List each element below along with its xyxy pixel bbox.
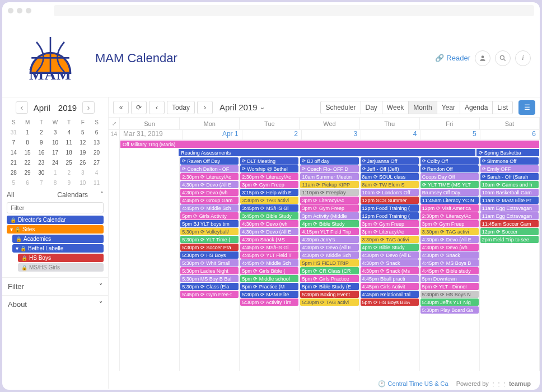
event[interactable]: ⟳ YLT TIME (MS YLT [420,181,479,188]
event[interactable]: Coops Day Off [420,173,479,180]
nav-next-button[interactable]: › [197,101,213,114]
event[interactable]: 3:30pm ⟳ TAG activi [420,228,479,235]
event[interactable]: 5pm ⟳ Practice (M [240,283,298,290]
event[interactable]: 4:30pm ⟳ Devo (All E [180,181,239,188]
calendar-item[interactable]: 🔒Director's Calendar [7,216,104,224]
event[interactable]: ⟳Raven Off Day [180,157,239,165]
event[interactable]: 1:10pm ⟳ Freeplay [300,189,358,196]
day-cell[interactable]: ⟳BJ off day⟳Coach Flo- OFF D10am Summer … [300,157,359,371]
day-cell[interactable] [120,157,180,371]
event[interactable]: ⟳Coach Dalton - OF [180,165,239,172]
date-cell[interactable]: Apr 1 [183,130,242,139]
timezone-link[interactable]: Central Time US & Ca [387,380,448,387]
event[interactable]: 8am ⟳ SOUL class [361,173,419,180]
event[interactable]: 2:30pm ⟳ Literacy/Ac [240,173,298,180]
reader-link[interactable]: 🔗Reader [435,54,470,62]
event[interactable]: 3pm ⟳ Gym Freep [300,204,358,212]
view-list-button[interactable]: List [492,101,513,114]
event[interactable]: 5:30pm ⟳ Volleyball/ [180,228,239,235]
event[interactable]: 12pm SCS Summer [361,197,419,204]
event[interactable]: 4:45pm ⟳ YLT Field T [240,251,298,259]
event[interactable]: 12pm ⟳ Visit America [420,204,479,212]
mini-calendar[interactable]: SMTWTFS311234567891011121314151617181920… [2,118,108,188]
event[interactable]: ⟳Sarah - Off (Sarah [480,173,539,180]
event[interactable]: 3:30pm ⟳ TAG activi [240,197,298,204]
calendar-item[interactable]: 🔒MS/HS Girls [18,263,104,272]
event[interactable]: 4:30pm ⟳ Devo (wh [420,244,479,251]
event[interactable]: 4:30pm ⟳ Devo (All E [300,244,358,251]
event[interactable]: 5:30pm ⟳ Activity Tim [240,298,298,306]
event-span[interactable]: ⟳Spring Basketba [476,149,539,156]
event[interactable]: 3pm ⟳ Gym Freep [240,181,298,188]
event[interactable]: 4:45pm ⟳ MS/HS Gi [240,244,298,251]
view-scheduler-button[interactable]: Scheduler [320,101,361,114]
event[interactable]: 10am Summer Meetin [300,173,358,180]
event[interactable]: 5pm ⟳ CR Class (CR [300,267,358,274]
event[interactable]: 5:30pm Jeff's YLT Nig [420,298,479,306]
event[interactable]: 3:45pm ⟳ Bible Study [240,212,298,220]
event[interactable]: 3:30pm ⟳ TAG activi [361,236,419,243]
event[interactable]: 5:30pm ⟳ Class (Ela [180,283,239,290]
refresh-button[interactable]: ⟳ [131,101,147,114]
today-button[interactable]: Today [167,101,195,114]
mini-next-button[interactable]: › [82,101,95,114]
event[interactable]: 5:30pm ⟳ MAM Elite [240,291,298,298]
day-cell[interactable]: ⟳Jarjuanna Off⟳Jeff - Off (Jeff)8am ⟳ SO… [360,157,420,371]
event[interactable]: 5:30pm ⟳ YLT Time ( [180,236,239,243]
search-icon[interactable] [495,50,511,66]
event[interactable]: 11:45am Literacy YC N [420,197,479,204]
event[interactable]: ⟳Jeff - Off (Jeff) [361,165,419,172]
view-agenda-button[interactable]: Agenda [460,101,493,114]
event[interactable]: 4:30pm ⟳ Devo (wh [240,220,298,227]
day-cell[interactable]: ⟳DLT Meeting⟳Worship @ Bethel2:30pm ⟳ Li… [240,157,300,371]
event[interactable]: 4pm ⟳ Bible Study [361,244,419,251]
event[interactable]: 2:30pm ⟳ Literacy/Ac [420,212,479,220]
event[interactable]: 4:30pm ⟳ Devo (All E [240,228,298,235]
url-bar[interactable] [54,5,534,16]
calendar-item[interactable]: 🔒HS Boys [18,254,104,262]
expand-toggle[interactable]: ⤢ [109,118,120,129]
filter-section[interactable]: Filter˅ [2,277,108,295]
event[interactable]: 3pm Activity (Middle [300,212,358,220]
day-cell[interactable]: ⟳Simmone Off⟳Emily OFF⟳Sarah - Off (Sara… [480,157,540,371]
event-span[interactable]: Reading Assessments [179,149,475,156]
event[interactable]: 11am ⟳ Pickup KIPP [300,181,358,188]
nav-prev-button[interactable]: ‹ [149,101,165,114]
event[interactable]: 5:30pm MS Boy B Bal [180,275,239,282]
event[interactable]: 3:45pm ⟳ MS/HS Gi [240,204,298,212]
info-icon[interactable]: i [515,50,531,66]
event[interactable]: 4pm ⟳ Bible Study [300,220,358,227]
event[interactable]: 5pm ⟳ HS Boys BBA [361,298,419,306]
event-span[interactable]: Off Military Trng (Maria) [120,141,539,148]
all-label[interactable]: All [7,191,14,199]
date-cell[interactable]: 2 [242,130,302,139]
event[interactable]: 4:45pm Girls Activit [361,283,419,290]
event[interactable]: ⟳Worship @ Bethel [240,165,298,172]
event[interactable]: 5:30pm Play Board Ga [420,306,479,314]
event[interactable]: 4:15pm YLT Field Trip [300,228,358,235]
date-range-picker[interactable]: April 2019 ⌄ [219,102,265,112]
calendar-filter-input[interactable] [7,202,104,213]
event[interactable]: 4:30pm ⟳ Devo (All E [420,236,479,243]
view-week-button[interactable]: Week [382,101,409,114]
view-day-button[interactable]: Day [361,101,382,114]
event[interactable]: 12pm Food Training ( [361,204,419,212]
event[interactable]: 4:45pm Relational Tal [361,291,419,298]
event[interactable]: 4:30pm ⟳ Snack [420,251,479,259]
chevron-up-icon[interactable]: ˄ [100,191,104,199]
event[interactable]: 5pm Downtown [420,275,479,282]
event[interactable]: 5:30pm ⟳ Soccer Pra [180,244,239,251]
date-cell[interactable]: 3 [302,130,361,139]
nav-first-button[interactable]: « [113,101,129,114]
event[interactable]: 3pm ⟳ Literacy/Ac [361,228,419,235]
event[interactable]: ⟳BJ off day [300,157,358,165]
date-cell[interactable]: 5 [420,130,480,139]
menu-button[interactable]: ☰ [518,100,535,115]
about-section[interactable]: About˅ [2,295,108,313]
event[interactable]: 4:30pm ⟳ Middle Sch [300,251,358,259]
calendar-item[interactable]: ▾🔒Sites [7,225,104,234]
event[interactable]: 5:30pm ⟳ TAG activi [300,298,358,306]
event[interactable]: 12pm Food Training ( [361,212,419,220]
event[interactable]: 4:30pm ⟳ Snack (Ms [361,267,419,274]
event[interactable]: 5:30pm ⟳ HS Boys [180,251,239,259]
